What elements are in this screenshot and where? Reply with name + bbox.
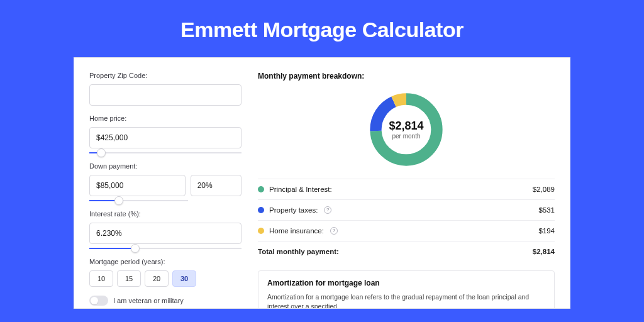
rate-input[interactable] xyxy=(89,223,242,244)
zip-field: Property Zip Code: xyxy=(89,72,242,106)
total-row: Total monthly payment: $2,814 xyxy=(258,241,555,262)
period-label: Mortgage period (years): xyxy=(89,258,242,265)
period-field: Mortgage period (years): 10 15 20 30 xyxy=(89,258,242,287)
calculator-card: Property Zip Code: Home price: Down paym… xyxy=(74,57,570,309)
donut-amount: $2,814 xyxy=(389,119,423,133)
legend-amount: $194 xyxy=(538,227,555,235)
rate-label: Interest rate (%): xyxy=(89,210,242,218)
legend-name: Home insurance: xyxy=(269,227,324,235)
info-icon[interactable]: ? xyxy=(324,206,331,214)
breakdown-column: Monthly payment breakdown: $2,814 per mo… xyxy=(258,72,555,308)
period-option-20[interactable]: 20 xyxy=(145,270,169,287)
rate-slider-fill xyxy=(89,248,135,249)
period-options: 10 15 20 30 xyxy=(89,270,242,287)
legend-name: Principal & Interest: xyxy=(269,186,332,193)
legend-amount: $531 xyxy=(538,206,555,214)
veteran-toggle[interactable] xyxy=(89,296,108,306)
down-field: Down payment: xyxy=(89,162,242,201)
rate-field: Interest rate (%): xyxy=(89,210,242,249)
breakdown-title: Monthly payment breakdown: xyxy=(258,72,555,80)
legend-name: Property taxes: xyxy=(269,206,318,214)
amortization-title: Amortization for mortgage loan xyxy=(267,279,545,287)
down-slider-thumb[interactable] xyxy=(114,196,123,205)
legend-row-principal: Principal & Interest: $2,089 xyxy=(258,179,555,199)
down-amount-input[interactable] xyxy=(89,175,186,196)
down-slider[interactable] xyxy=(89,200,188,201)
amortization-box: Amortization for mortgage loan Amortizat… xyxy=(258,270,555,309)
down-percent-input[interactable] xyxy=(191,175,242,196)
down-label: Down payment: xyxy=(89,162,242,170)
total-amount: $2,814 xyxy=(533,248,555,255)
dot-icon xyxy=(258,186,264,192)
price-field: Home price: xyxy=(89,114,242,153)
legend-amount: $2,089 xyxy=(533,186,555,193)
legend-row-taxes: Property taxes: ? $531 xyxy=(258,199,555,220)
inputs-column: Property Zip Code: Home price: Down paym… xyxy=(89,72,242,308)
rate-slider[interactable] xyxy=(89,248,242,249)
info-icon[interactable]: ? xyxy=(330,227,338,235)
amortization-body: Amortization for a mortgage loan refers … xyxy=(267,292,545,309)
donut-sub: per month xyxy=(392,133,420,140)
donut-chart: $2,814 per month xyxy=(366,89,447,170)
dot-icon xyxy=(258,228,264,234)
legend-row-insurance: Home insurance: ? $194 xyxy=(258,220,555,241)
dot-icon xyxy=(258,207,264,213)
total-label: Total monthly payment: xyxy=(258,248,339,255)
price-slider[interactable] xyxy=(89,152,242,153)
veteran-row: I am veteran or military xyxy=(89,296,242,306)
donut-chart-wrap: $2,814 per month xyxy=(258,87,555,179)
veteran-label: I am veteran or military xyxy=(113,297,184,304)
rate-slider-thumb[interactable] xyxy=(131,244,140,253)
period-option-15[interactable]: 15 xyxy=(117,270,141,287)
price-slider-thumb[interactable] xyxy=(97,148,106,157)
period-option-10[interactable]: 10 xyxy=(89,270,113,287)
price-input[interactable] xyxy=(89,127,242,148)
page-title: Emmett Mortgage Calculator xyxy=(0,0,644,57)
price-label: Home price: xyxy=(89,114,242,122)
donut-center: $2,814 per month xyxy=(366,89,447,170)
zip-label: Property Zip Code: xyxy=(89,72,242,79)
zip-input[interactable] xyxy=(89,84,242,106)
period-option-30[interactable]: 30 xyxy=(172,270,196,287)
